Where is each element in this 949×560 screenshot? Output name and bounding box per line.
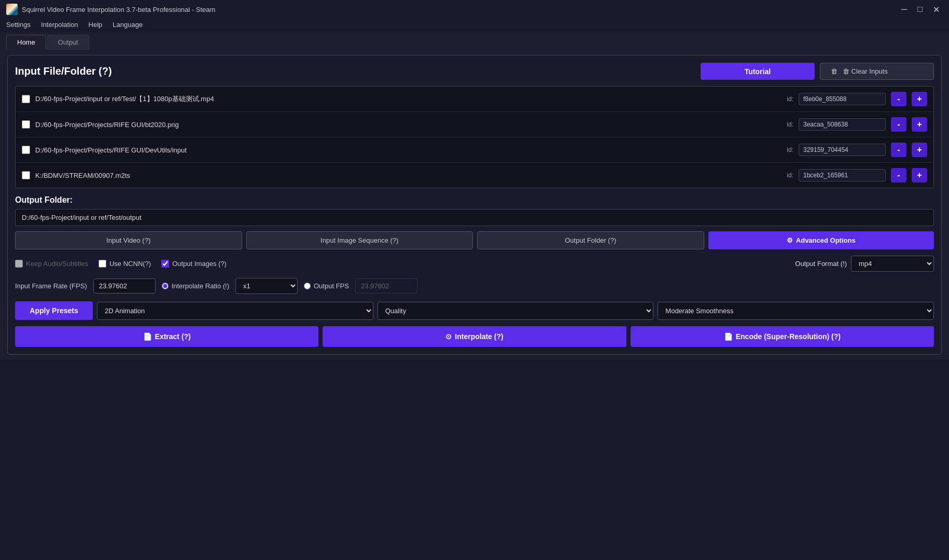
menu-interpolation[interactable]: Interpolation — [41, 21, 78, 29]
input-fps-label: Input Frame Rate (FPS) — [15, 282, 87, 290]
menu-language[interactable]: Language — [113, 21, 143, 29]
file-remove-button-2[interactable]: - — [891, 117, 906, 132]
output-fps-field — [355, 278, 417, 293]
doc-icon: 📄 — [143, 332, 152, 341]
tab-home[interactable]: Home — [6, 35, 46, 50]
file-remove-button-1[interactable]: - — [891, 92, 906, 106]
file-checkbox-3[interactable] — [22, 146, 30, 154]
menu-bar: Settings Interpolation Help Language — [0, 19, 949, 33]
input-image-button[interactable]: Input Image Sequence (?) — [246, 231, 473, 249]
interpolate-button[interactable]: ⊙ Interpolate (?) — [323, 326, 626, 347]
output-fps-radio[interactable] — [304, 283, 311, 289]
output-folder-button[interactable]: Output Folder (?) — [477, 231, 704, 249]
file-id-input-2[interactable] — [799, 118, 886, 131]
file-remove-button-3[interactable]: - — [891, 143, 906, 157]
file-id-input-3[interactable] — [799, 144, 886, 156]
table-row: K:/BDMV/STREAM/00907.m2ts id: - + — [16, 163, 933, 188]
table-row: D:/60-fps-Project/input or ref/Test/【1】1… — [16, 87, 933, 112]
interpolate-ratio-label: Interpolate Ratio (!) — [172, 282, 229, 290]
interpolate-ratio-radio[interactable] — [162, 283, 169, 289]
preset-smoothness-select[interactable]: Moderate Smoothness High Smoothness Low … — [658, 302, 934, 320]
file-add-button-1[interactable]: + — [912, 92, 927, 106]
advanced-options-button[interactable]: ⚙ Advanced Options — [708, 231, 934, 249]
output-folder-label: Output Folder: — [15, 195, 934, 205]
panel-title: Input File/Folder (?) — [15, 65, 112, 77]
file-path-3: D:/60-fps-Project/Projects/RIFE GUI/DevU… — [35, 146, 781, 154]
gear-icon: ⚙ — [787, 236, 793, 244]
file-checkbox-4[interactable] — [22, 171, 30, 179]
output-format-label: Output Format (!) — [795, 260, 847, 268]
fps-row: Input Frame Rate (FPS) Interpolate Ratio… — [15, 278, 934, 294]
table-row: D:/60-fps-Project/Projects/RIFE GUI/bt20… — [16, 112, 933, 137]
output-format-group: Output Format (!) mp4 mkv avi mov gif — [795, 256, 934, 272]
app-icon — [6, 4, 18, 15]
file-add-button-4[interactable]: + — [912, 168, 927, 183]
interpolate-ratio-select[interactable]: x1 x2 x4 x8 — [235, 278, 298, 294]
file-path-4: K:/BDMV/STREAM/00907.m2ts — [35, 172, 781, 179]
header-buttons: Tutorial 🗑 🗑 Clear Inputs — [701, 63, 934, 80]
options-row: Keep Audio/Subtitles Use NCNN(?) Output … — [15, 256, 934, 272]
output-images-label[interactable]: Output Images (?) — [161, 260, 227, 268]
tabs-bar: Home Output — [0, 33, 949, 50]
keep-audio-checkbox[interactable] — [15, 260, 23, 268]
circle-check-icon: ⊙ — [445, 332, 452, 341]
output-fps-radio-group: Output FPS — [304, 282, 349, 290]
file-add-button-3[interactable]: + — [912, 143, 927, 157]
encode-button[interactable]: 📄 Encode (Super-Resolution) (?) — [631, 326, 934, 347]
doc-icon-2: 📄 — [724, 332, 733, 341]
main-content: Input File/Folder (?) Tutorial 🗑 🗑 Clear… — [0, 50, 949, 360]
close-button[interactable]: ✕ — [930, 5, 943, 15]
output-folder-input[interactable] — [15, 209, 934, 226]
input-video-button[interactable]: Input Video (?) — [15, 231, 242, 249]
window-title: Squirrel Video Frame Interpolation 3.7-b… — [22, 6, 215, 13]
main-panel: Input File/Folder (?) Tutorial 🗑 🗑 Clear… — [7, 55, 942, 355]
file-path-1: D:/60-fps-Project/input or ref/Test/【1】1… — [35, 94, 781, 104]
panel-header: Input File/Folder (?) Tutorial 🗑 🗑 Clear… — [15, 63, 934, 80]
maximize-button[interactable]: □ — [914, 5, 926, 14]
interpolate-ratio-radio-group: Interpolate Ratio (!) — [162, 282, 229, 290]
folder-buttons: Input Video (?) Input Image Sequence (?)… — [15, 231, 934, 249]
file-id-input-1[interactable] — [799, 93, 886, 105]
file-checkbox-2[interactable] — [22, 120, 30, 129]
tutorial-button[interactable]: Tutorial — [701, 63, 815, 80]
file-id-input-4[interactable] — [799, 169, 886, 181]
use-ncnn-label[interactable]: Use NCNN(?) — [99, 260, 151, 268]
title-bar: Squirrel Video Frame Interpolation 3.7-b… — [0, 0, 949, 19]
file-add-button-2[interactable]: + — [912, 117, 927, 132]
output-images-checkbox[interactable] — [161, 260, 169, 268]
file-checkbox-1[interactable] — [22, 95, 30, 103]
tab-output[interactable]: Output — [47, 35, 89, 50]
extract-button[interactable]: 📄 Extract (?) — [15, 326, 318, 347]
preset-type-select[interactable]: 2D Animation 3D Animation Live Action An… — [97, 302, 373, 320]
minimize-button[interactable]: ─ — [898, 5, 910, 14]
file-path-2: D:/60-fps-Project/Projects/RIFE GUI/bt20… — [35, 121, 781, 129]
output-fps-label: Output FPS — [314, 282, 349, 290]
file-list: D:/60-fps-Project/input or ref/Test/【1】1… — [15, 86, 934, 188]
clear-inputs-button[interactable]: 🗑 🗑 Clear Inputs — [820, 63, 934, 80]
keep-audio-label[interactable]: Keep Audio/Subtitles — [15, 260, 88, 268]
output-format-select[interactable]: mp4 mkv avi mov gif — [851, 256, 934, 272]
table-row: D:/60-fps-Project/Projects/RIFE GUI/DevU… — [16, 137, 933, 163]
trash-icon: 🗑 — [831, 67, 838, 75]
menu-settings[interactable]: Settings — [6, 21, 31, 29]
use-ncnn-checkbox[interactable] — [99, 260, 106, 268]
presets-row: Apply Presets 2D Animation 3D Animation … — [15, 301, 934, 320]
action-buttons: 📄 Extract (?) ⊙ Interpolate (?) 📄 Encode… — [15, 326, 934, 347]
preset-quality-select[interactable]: Quality Balanced Speed — [378, 302, 654, 320]
menu-help[interactable]: Help — [89, 21, 103, 29]
input-fps-field[interactable] — [93, 278, 156, 293]
file-remove-button-4[interactable]: - — [891, 168, 906, 183]
apply-presets-button[interactable]: Apply Presets — [15, 301, 93, 320]
